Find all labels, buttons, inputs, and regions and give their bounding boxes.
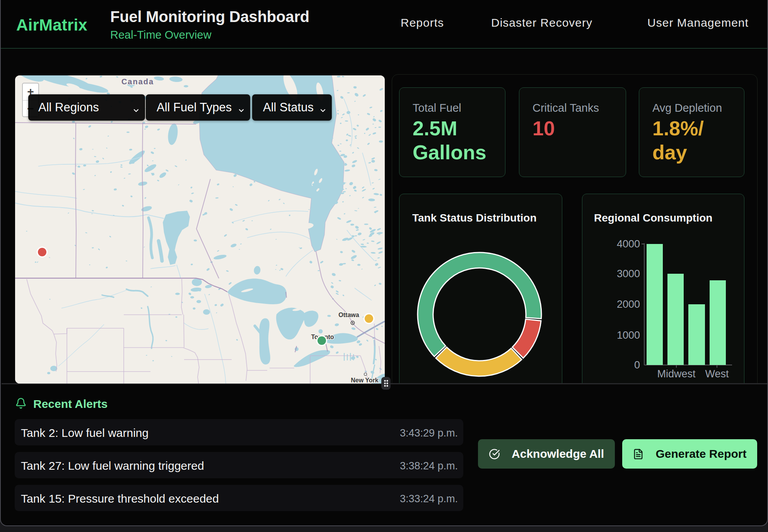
svg-text:Canada: Canada: [121, 77, 154, 86]
svg-text:Midwest: Midwest: [657, 368, 696, 380]
svg-text:1000: 1000: [617, 329, 640, 341]
svg-text:3000: 3000: [617, 268, 640, 280]
svg-text:4000: 4000: [617, 238, 640, 250]
svg-text:2000: 2000: [617, 298, 640, 310]
svg-text:New York: New York: [351, 377, 379, 384]
svg-text:West: West: [705, 368, 729, 380]
svg-text:Ottawa: Ottawa: [338, 312, 359, 318]
svg-text:0: 0: [634, 359, 640, 371]
